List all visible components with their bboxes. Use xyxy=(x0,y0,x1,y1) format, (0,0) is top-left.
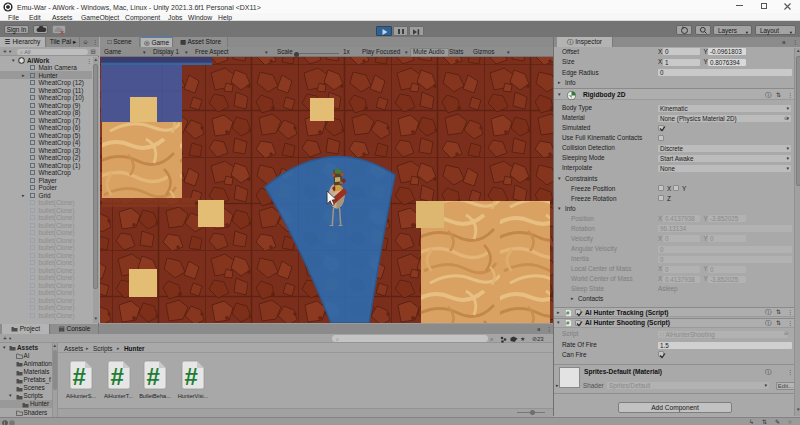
svg-text:#: # xyxy=(73,363,86,390)
svg-text:#: # xyxy=(110,363,123,390)
svg-text:#: # xyxy=(566,309,570,316)
svg-text:#: # xyxy=(566,319,570,326)
svg-text:#: # xyxy=(185,363,198,390)
svg-text:i: i xyxy=(4,420,5,425)
svg-text:#: # xyxy=(147,363,160,390)
